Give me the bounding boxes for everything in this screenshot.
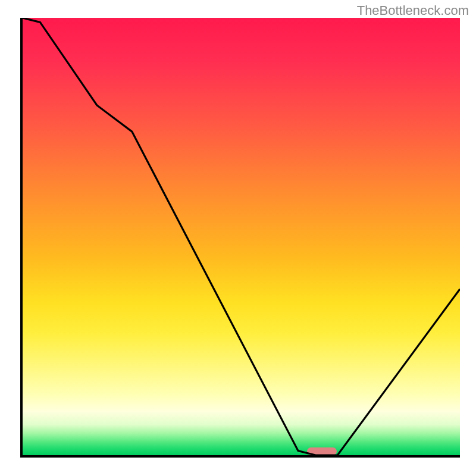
watermark-text: TheBottleneck.com	[357, 3, 469, 18]
optimal-marker	[307, 447, 337, 455]
plot-area	[20, 18, 460, 458]
gradient-background	[23, 18, 460, 455]
chart-container: TheBottleneck.com	[0, 0, 476, 476]
